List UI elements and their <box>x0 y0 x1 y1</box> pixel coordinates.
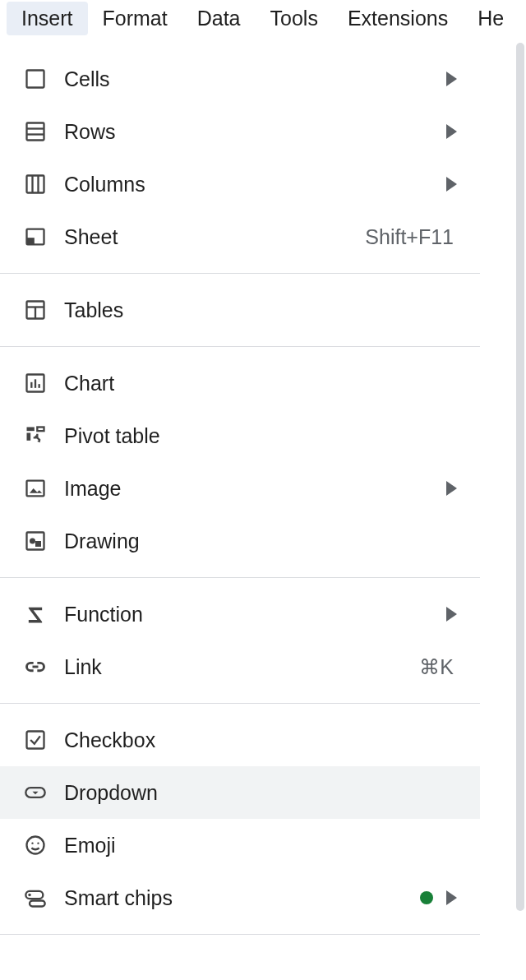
svg-rect-8 <box>27 238 35 244</box>
menu-pivot-table[interactable]: Pivot table <box>0 409 480 462</box>
svg-rect-1 <box>27 123 44 141</box>
menubar-tools[interactable]: Tools <box>256 2 333 35</box>
menu-label: Columns <box>64 173 440 196</box>
sheet-icon <box>23 224 48 249</box>
chevron-right-icon <box>446 177 457 192</box>
svg-rect-19 <box>27 481 44 497</box>
insert-dropdown: Cells Rows Columns Sheet Shift+F11 Table… <box>0 43 480 955</box>
svg-point-29 <box>28 894 31 897</box>
image-icon <box>23 476 48 501</box>
menu-drawing[interactable]: Drawing <box>0 515 480 567</box>
separator <box>0 346 480 347</box>
svg-rect-30 <box>30 901 45 907</box>
menu-image[interactable]: Image <box>0 462 480 515</box>
separator <box>0 934 480 935</box>
menu-chart[interactable]: Chart <box>0 357 480 409</box>
svg-rect-18 <box>37 428 44 432</box>
menu-label: Link <box>64 655 419 679</box>
menu-emoji[interactable]: Emoji <box>0 819 480 871</box>
menu-label: Pivot table <box>64 424 457 448</box>
dropdown-icon <box>23 780 48 805</box>
chevron-right-icon <box>446 124 457 139</box>
menu-label: Sheet <box>64 225 365 249</box>
menu-columns[interactable]: Columns <box>0 158 480 210</box>
chevron-right-icon <box>446 890 457 905</box>
menu-label: Chart <box>64 372 457 395</box>
drawing-icon <box>23 529 48 553</box>
svg-point-21 <box>30 539 35 544</box>
tables-icon <box>23 298 48 322</box>
rows-icon <box>23 119 48 144</box>
smartchips-icon <box>23 885 48 910</box>
menu-label: Function <box>64 603 440 626</box>
menu-checkbox[interactable]: Checkbox <box>0 714 480 766</box>
checkbox-icon <box>23 728 48 752</box>
menubar-help[interactable]: He <box>463 2 519 35</box>
menu-label: Checkbox <box>64 728 457 752</box>
menu-sheet[interactable]: Sheet Shift+F11 <box>0 210 480 263</box>
menu-label: Smart chips <box>64 886 420 910</box>
menubar-extensions[interactable]: Extensions <box>333 2 463 35</box>
menubar-insert[interactable]: Insert <box>7 2 88 35</box>
svg-rect-4 <box>27 176 44 193</box>
menu-label: Emoji <box>64 834 457 858</box>
function-icon <box>23 602 48 626</box>
menu-label: Image <box>64 477 440 501</box>
separator <box>0 273 480 274</box>
menu-link[interactable]: Link ⌘K <box>0 640 480 693</box>
menu-shortcut: ⌘K <box>419 655 454 679</box>
menu-label: Tables <box>64 298 457 322</box>
menu-shortcut: Shift+F11 <box>365 225 454 249</box>
link-icon <box>23 654 48 679</box>
scrollbar[interactable] <box>516 43 524 911</box>
svg-point-27 <box>37 843 39 844</box>
menu-label: Cells <box>64 67 440 91</box>
menu-dropdown[interactable]: Dropdown <box>0 766 480 819</box>
svg-point-25 <box>27 837 44 854</box>
menu-rows[interactable]: Rows <box>0 105 480 158</box>
menu-tables[interactable]: Tables <box>0 284 480 336</box>
svg-rect-16 <box>27 428 35 432</box>
svg-rect-23 <box>27 732 44 749</box>
chart-icon <box>23 371 48 395</box>
svg-rect-17 <box>27 433 31 441</box>
emoji-icon <box>23 833 48 858</box>
chevron-right-icon <box>446 72 457 86</box>
separator <box>0 577 480 578</box>
menubar-data[interactable]: Data <box>182 2 256 35</box>
menu-smart-chips[interactable]: Smart chips <box>0 871 480 924</box>
menu-label: Dropdown <box>64 781 457 805</box>
menubar: Insert Format Data Tools Extensions He <box>0 0 526 36</box>
cells-icon <box>23 67 48 91</box>
menu-label: Drawing <box>64 529 457 553</box>
pivot-icon <box>23 423 48 448</box>
separator <box>0 703 480 704</box>
menubar-format[interactable]: Format <box>88 2 182 35</box>
svg-point-26 <box>31 843 33 844</box>
columns-icon <box>23 172 48 196</box>
chevron-right-icon <box>446 481 457 496</box>
svg-rect-0 <box>27 71 44 88</box>
chevron-right-icon <box>446 607 457 622</box>
menu-cells[interactable]: Cells <box>0 53 480 105</box>
new-indicator-dot <box>420 891 433 904</box>
svg-rect-22 <box>35 541 41 547</box>
menu-function[interactable]: Function <box>0 588 480 640</box>
menu-label: Rows <box>64 120 440 144</box>
